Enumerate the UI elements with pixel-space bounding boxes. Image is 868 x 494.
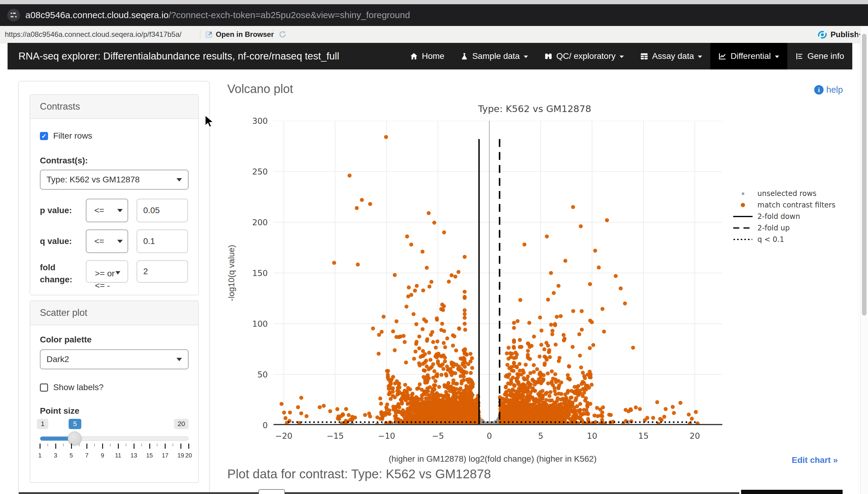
slider-tick (126, 443, 126, 446)
slider-tick (102, 443, 103, 449)
x-tick-label: −20 (275, 431, 292, 440)
filter-rows-checkbox[interactable]: ✓ (40, 132, 48, 140)
gray-point-icon (742, 192, 744, 195)
chart-line-icon (718, 52, 726, 60)
nav-item-differential[interactable]: Differential (710, 43, 787, 70)
y-tick-label: 250 (251, 167, 268, 176)
content-edge-line (858, 26, 858, 494)
nav-item-home[interactable]: Home (402, 43, 453, 70)
slider-tick-label: 19 (177, 452, 184, 459)
address-bar[interactable]: a08c9546a.connect.cloud.seqera.io/?conne… (25, 4, 410, 26)
slider-tick (133, 443, 134, 449)
chevron-down-icon (117, 240, 123, 243)
table-icon (640, 52, 648, 60)
chevron-down-icon (115, 271, 120, 274)
q-value-operator-select[interactable]: <= (86, 229, 128, 253)
q-value-label: q value: (40, 229, 86, 253)
legend-item-2fold-up[interactable]: 2-fold up (731, 222, 835, 234)
nav-item-assay-data[interactable]: Assay data (632, 43, 710, 70)
slider-tick (94, 443, 95, 446)
slider-tick-label: 20 (185, 452, 192, 459)
x-tick-label: 15 (638, 431, 649, 440)
y-tick-label: 200 (251, 218, 268, 227)
legend-label: match contrast filters (757, 201, 835, 209)
p-value-operator: <= (94, 206, 104, 215)
contrasts-panel-title: Contrasts (30, 95, 198, 119)
slider-value-badge: 5 (69, 419, 81, 429)
contrast-select[interactable]: Type: K562 vs GM12878 (40, 170, 188, 190)
y-tick-label: 50 (251, 370, 268, 379)
legend-item-unselected[interactable]: unselected rows (731, 188, 835, 199)
table-length-select-stub[interactable] (258, 489, 285, 494)
nav-item-sample-data[interactable]: Sample data (452, 43, 536, 70)
point-size-label: Point size (40, 406, 188, 416)
color-palette-select[interactable]: Dark2 (40, 349, 188, 369)
p-value-operator-select[interactable]: <= (86, 199, 128, 222)
orange-point-icon (741, 203, 745, 207)
nav-item-label: Sample data (472, 51, 520, 61)
slider-tick-label: 11 (115, 452, 122, 459)
volcano-plot-canvas[interactable] (273, 121, 722, 425)
help-link[interactable]: help (826, 85, 843, 95)
location-bar: https://a08c9546a.connect.cloud.seqera.i… (0, 26, 868, 43)
p-value-value: 0.05 (143, 206, 160, 215)
x-tick-label: −5 (432, 431, 444, 440)
p-value-input[interactable]: 0.05 (137, 199, 188, 222)
filter-rows-row: ✓ Filter rows (40, 131, 188, 141)
contrast-label: Contrast(s): (40, 156, 188, 166)
chevron-down-icon (698, 56, 702, 58)
y-tick-label: 0 (251, 421, 268, 430)
color-palette-label: Color palette (40, 335, 188, 344)
separator (200, 30, 200, 39)
slider-track[interactable] (40, 436, 188, 441)
y-tick-label: 300 (251, 116, 268, 126)
slider-tick-label: 1 (38, 452, 41, 459)
location-url[interactable]: https://a08c9546a.connect.cloud.seqera.i… (5, 26, 181, 43)
edit-chart-link[interactable]: Edit chart » (792, 455, 838, 465)
q-value-input[interactable]: 0.1 (137, 229, 188, 253)
sidebar: Contrasts ✓ Filter rows Contrast(s): Typ… (18, 81, 210, 494)
slider-tick-label: 3 (54, 452, 57, 459)
browser-chrome-bar: a08c9546a.connect.cloud.seqera.io/?conne… (0, 4, 868, 26)
chevron-down-icon (775, 56, 779, 58)
scrollbar-thumb[interactable] (862, 34, 867, 316)
open-in-browser-icon (205, 31, 213, 38)
publish-icon (817, 30, 828, 40)
y-axis-title: -log10(q value) (227, 245, 236, 301)
info-icon[interactable]: i (814, 85, 824, 95)
fold-change-input[interactable]: 2 (137, 260, 188, 283)
chart-legend: unselected rows match contrast filters 2… (731, 188, 835, 245)
open-in-browser-button[interactable]: Open in Browser (216, 26, 274, 43)
legend-item-q-threshold[interactable]: q < 0.1 (731, 234, 835, 245)
fold-change-operator-select[interactable]: >= or <= - (86, 260, 128, 283)
x-tick-label: 5 (538, 431, 543, 440)
chevron-down-icon (619, 56, 624, 58)
scatter-plot-panel: Scatter plot Color palette Dark2 Show la… (30, 301, 199, 483)
slider-tick (71, 443, 72, 449)
nav-item-qc-exploratory[interactable]: QC/ exploratory (536, 43, 632, 70)
slider-tick-label: 5 (70, 452, 73, 459)
show-labels-row: Show labels? (40, 383, 188, 392)
legend-label: unselected rows (757, 189, 817, 198)
chevron-down-icon (177, 358, 182, 361)
address-params: /?connect-exch-token=ab25pu2ose&view=shi… (169, 10, 410, 20)
show-labels-checkbox[interactable] (40, 383, 48, 392)
nav-item-label: Home (422, 51, 445, 61)
slider-tick (180, 443, 181, 449)
contrasts-panel: Contrasts ✓ Filter rows Contrast(s): Typ… (30, 94, 199, 295)
list-icon (795, 52, 803, 60)
q-value-row: q value: <= 0.1 (40, 229, 188, 253)
slider-tick (157, 443, 158, 446)
tab-favicon-icon[interactable] (7, 8, 21, 22)
dotted-line-icon (734, 239, 752, 240)
refresh-icon[interactable] (278, 30, 287, 39)
legend-item-2fold-down[interactable]: 2-fold down (731, 211, 835, 222)
nav-item-gene-info[interactable]: Gene info (787, 43, 852, 70)
slider-ticks: 13579111315171920 (40, 443, 188, 465)
dark-button-stub[interactable] (741, 490, 843, 494)
slider-min-badge: 1 (37, 419, 48, 429)
slider-max-badge: 20 (174, 419, 188, 429)
legend-item-match-filters[interactable]: match contrast filters (731, 199, 835, 211)
slider-tick (118, 443, 119, 449)
publish-button[interactable]: Publish (831, 26, 859, 43)
